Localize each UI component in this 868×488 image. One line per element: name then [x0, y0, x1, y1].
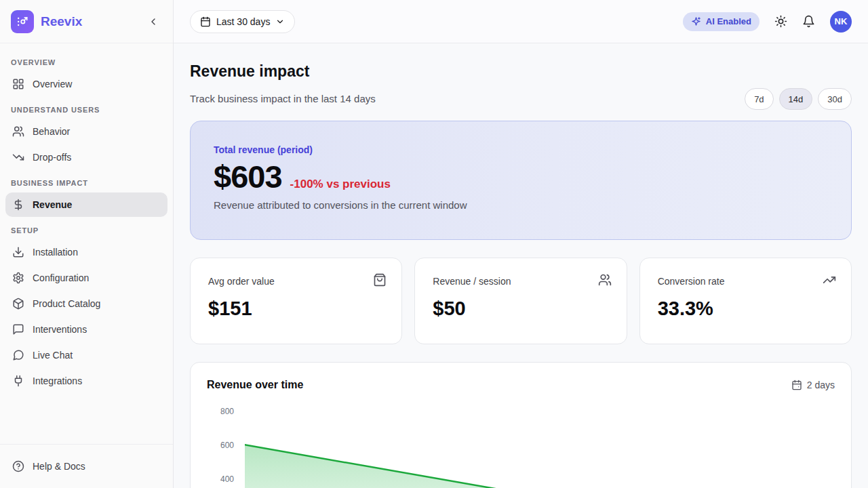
shopping-bag-icon	[373, 273, 387, 287]
page-head: Revenue impact Track business impact in …	[190, 62, 852, 104]
total-revenue-description: Revenue attributed to conversions in the…	[214, 199, 828, 211]
sidebar-item-product-catalog[interactable]: Product Catalog	[5, 291, 167, 316]
sidebar-item-overview[interactable]: Overview	[5, 72, 167, 96]
page-title: Revenue impact	[190, 62, 852, 81]
trending-down-icon	[12, 151, 24, 163]
stat-label: Avg order value	[208, 276, 384, 287]
date-range-button[interactable]: Last 30 days	[190, 10, 295, 33]
sun-icon	[774, 15, 787, 28]
section-label-business-impact: Business Impact	[5, 171, 167, 191]
sidebar-collapse-button[interactable]	[144, 13, 162, 30]
section-label-overview: Overview	[5, 50, 167, 70]
trending-up-icon	[823, 273, 836, 287]
section-label-understand-users: Understand Users	[5, 98, 167, 118]
stat-label: Revenue / session	[433, 276, 608, 287]
dollar-icon	[12, 199, 24, 211]
bell-icon	[802, 15, 815, 28]
date-range-label: Last 30 days	[216, 16, 270, 27]
total-revenue-card: Total revenue (period) $603 -100% vs pre…	[190, 121, 852, 240]
sidebar-item-label: Live Chat	[33, 350, 73, 361]
reevix-logo-icon	[11, 10, 34, 33]
sidebar-footer: Help & Docs	[0, 444, 173, 488]
range-pill-30d[interactable]: 30d	[818, 88, 852, 110]
y-axis-tick: 600	[207, 441, 234, 450]
chart-plot-area	[245, 399, 828, 488]
total-revenue-delta: -100% vs previous	[290, 178, 391, 191]
help-circle-icon	[12, 460, 24, 472]
section-label-setup: Setup	[5, 218, 167, 239]
stat-value: $151	[208, 298, 384, 320]
chevron-left-icon	[148, 16, 159, 27]
topbar-right: AI Enabled NK	[683, 11, 852, 33]
stat-card-revenue-per-session: Revenue / session $50	[414, 258, 627, 344]
sidebar-item-label: Help & Docs	[33, 461, 85, 472]
stat-label: Conversion rate	[658, 276, 833, 287]
sidebar-item-label: Interventions	[33, 324, 87, 335]
stats-row: Avg order value $151 Revenue / session $…	[190, 258, 852, 344]
chart-title: Revenue over time	[207, 379, 303, 391]
stat-card-conversion-rate: Conversion rate 33.3%	[639, 258, 852, 344]
sidebar-item-revenue[interactable]: Revenue	[5, 192, 167, 217]
sidebar-item-installation[interactable]: Installation	[5, 240, 167, 264]
theme-toggle-button[interactable]	[774, 15, 787, 28]
calendar-days-icon	[791, 380, 802, 390]
range-pill-7d[interactable]: 7d	[745, 88, 773, 110]
sidebar: Reevix Overview Overview Understand User…	[0, 0, 174, 488]
ai-enabled-badge: AI Enabled	[683, 12, 760, 31]
stat-value: 33.3%	[658, 298, 833, 320]
grid-icon	[12, 78, 24, 90]
total-revenue-value: $603	[214, 158, 282, 195]
package-icon	[12, 298, 24, 310]
sidebar-item-integrations[interactable]: Integrations	[5, 369, 167, 393]
chevron-down-icon	[275, 17, 285, 26]
sidebar-item-configuration[interactable]: Configuration	[5, 266, 167, 290]
sidebar-item-label: Drop-offs	[33, 152, 71, 163]
sidebar-item-label: Behavior	[33, 126, 70, 137]
stat-card-avg-order-value: Avg order value $151	[190, 258, 402, 344]
sidebar-item-live-chat[interactable]: Live Chat	[5, 343, 167, 367]
range-pills: 7d 14d 30d	[745, 88, 852, 110]
ai-badge-label: AI Enabled	[706, 16, 751, 26]
sidebar-item-label: Product Catalog	[33, 298, 100, 309]
sidebar-item-interventions[interactable]: Interventions	[5, 317, 167, 342]
sidebar-item-help-docs[interactable]: Help & Docs	[5, 454, 167, 479]
chart-range-label: 2 days	[807, 380, 835, 390]
revenue-over-time-card: Revenue over time 2 days 8006004002000	[190, 362, 852, 488]
sidebar-header: Reevix	[0, 0, 173, 43]
main-area: Last 30 days AI Enabled	[174, 0, 868, 488]
sidebar-item-label: Integrations	[33, 375, 82, 386]
y-axis-tick: 400	[207, 474, 234, 484]
stat-value: $50	[433, 298, 608, 320]
notifications-button[interactable]	[802, 15, 815, 28]
sidebar-item-label: Revenue	[33, 199, 72, 210]
message-square-icon	[12, 323, 24, 336]
sidebar-item-label: Installation	[33, 247, 78, 258]
plug-icon	[12, 375, 24, 387]
message-circle-icon	[12, 349, 24, 361]
page-content: Revenue impact Track business impact in …	[174, 43, 868, 488]
sidebar-item-behavior[interactable]: Behavior	[5, 119, 167, 144]
range-pill-14d[interactable]: 14d	[779, 88, 813, 110]
download-icon	[12, 246, 24, 258]
sparkles-icon	[691, 16, 701, 26]
revenue-chart: 8006004002000	[207, 399, 835, 488]
sidebar-nav: Overview Overview Understand Users Behav…	[0, 43, 173, 444]
gear-icon	[12, 272, 24, 284]
sidebar-item-label: Configuration	[33, 272, 89, 283]
topbar: Last 30 days AI Enabled	[174, 0, 868, 43]
user-avatar[interactable]: NK	[830, 11, 852, 33]
sidebar-item-drop-offs[interactable]: Drop-offs	[5, 145, 167, 169]
users-icon	[598, 273, 612, 287]
users-icon	[12, 125, 24, 138]
chart-range: 2 days	[791, 380, 835, 390]
revenue-area-chart	[245, 399, 828, 488]
y-axis-tick: 800	[207, 407, 234, 416]
sidebar-item-label: Overview	[33, 79, 72, 89]
total-revenue-label: Total revenue (period)	[214, 144, 828, 155]
calendar-icon	[200, 16, 211, 27]
brand-name: Reevix	[41, 14, 144, 29]
